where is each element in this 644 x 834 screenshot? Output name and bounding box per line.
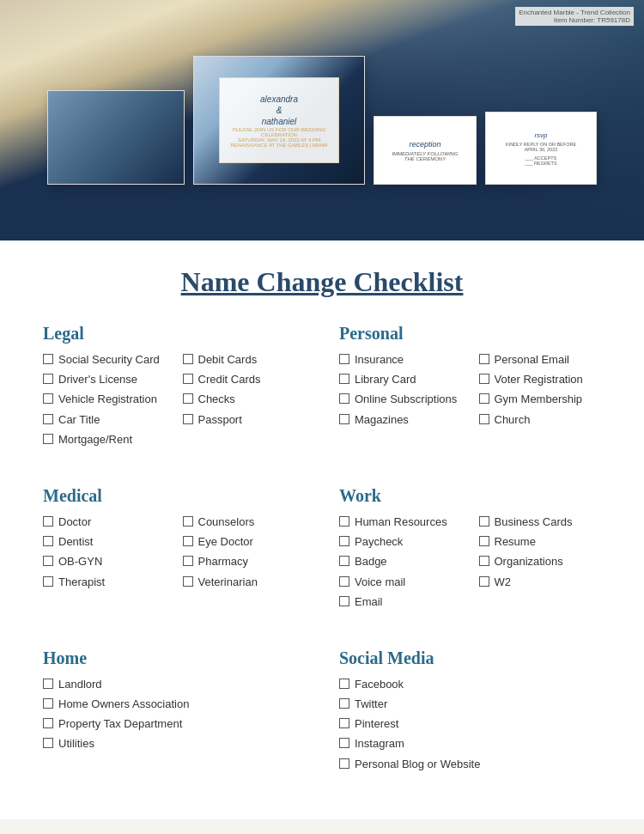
checkbox[interactable]: [479, 576, 489, 587]
legal-items-row: Social Security Card Driver's License Ve…: [43, 352, 305, 452]
checkbox[interactable]: [339, 516, 349, 527]
list-item: Personal Email: [479, 352, 602, 368]
list-item: Checks: [183, 392, 306, 407]
list-item: Therapist: [43, 575, 166, 590]
list-item: Dentist: [43, 534, 166, 550]
list-item: Insurance: [339, 352, 462, 368]
checkbox[interactable]: [479, 393, 489, 404]
checkbox[interactable]: [43, 354, 53, 364]
list-item: Passport: [183, 412, 306, 428]
checkbox[interactable]: [43, 718, 53, 728]
checkbox[interactable]: [43, 374, 53, 384]
section-personal-title: Personal: [339, 324, 601, 344]
checkbox[interactable]: [43, 434, 53, 444]
checkbox[interactable]: [479, 354, 489, 364]
checkbox[interactable]: [479, 374, 489, 384]
list-item: Driver's License: [43, 372, 166, 387]
checkbox[interactable]: [339, 679, 349, 689]
checkbox[interactable]: [183, 516, 193, 527]
checkbox[interactable]: [479, 536, 489, 546]
list-item: OB-GYN: [43, 554, 166, 569]
list-item: Twitter: [339, 697, 601, 712]
work-col2: Business Cards Resume Organizations W2: [479, 514, 602, 614]
checkbox[interactable]: [43, 679, 53, 689]
checkbox[interactable]: [183, 393, 193, 404]
reply-card: rsvp KINDLY REPLY ON OR BEFOREAPRIL 30, …: [485, 112, 597, 185]
home-items-row: Landlord Home Owners Association Propert…: [43, 677, 305, 757]
page-content: Name Change Checklist Legal Social Secur…: [0, 240, 644, 819]
personal-items-row: Insurance Library Card Online Subscripti…: [339, 352, 601, 432]
checkbox[interactable]: [339, 414, 349, 424]
checkbox[interactable]: [339, 374, 349, 384]
personal-col1: Insurance Library Card Online Subscripti…: [339, 352, 462, 432]
medical-col1: Doctor Dentist OB-GYN Therapist: [43, 514, 166, 594]
list-item: Magazines: [339, 412, 462, 428]
list-item: Voice mail: [339, 575, 462, 590]
main-invite-card: alexandra&nathaniel PLEASE JOIN US FOR O…: [193, 56, 365, 185]
checkbox[interactable]: [339, 758, 349, 769]
checkbox[interactable]: [43, 556, 53, 566]
checkbox[interactable]: [339, 596, 349, 606]
checkbox[interactable]: [339, 556, 349, 566]
checkbox[interactable]: [183, 354, 193, 364]
work-items-row: Human Resources Paycheck Badge Voice mai…: [339, 514, 601, 614]
checkbox[interactable]: [43, 698, 53, 709]
checkbox[interactable]: [43, 414, 53, 424]
checkbox[interactable]: [43, 738, 53, 748]
social-media-col1: Facebook Twitter Pinterest Instagram Per…: [339, 677, 601, 776]
checkbox[interactable]: [479, 414, 489, 424]
list-item: Online Subscriptions: [339, 392, 462, 407]
checkbox[interactable]: [43, 393, 53, 404]
list-item: Resume: [479, 534, 602, 550]
section-home: Home Landlord Home Owners Association Pr…: [43, 648, 305, 776]
home-col1: Landlord Home Owners Association Propert…: [43, 677, 305, 757]
list-item: Personal Blog or Website: [339, 757, 601, 772]
list-item: Paycheck: [339, 534, 462, 550]
section-medical: Medical Doctor Dentist OB-GYN Therapist …: [43, 486, 305, 614]
legal-col2: Debit Cards Credit Cards Checks Passport: [183, 352, 306, 452]
checkbox[interactable]: [339, 738, 349, 748]
checkbox[interactable]: [43, 516, 53, 527]
section-medical-title: Medical: [43, 486, 305, 506]
list-item: Mortgage/Rent: [43, 432, 166, 447]
medical-col2: Counselors Eye Doctor Pharmacy Veterinar…: [183, 514, 306, 594]
checkbox[interactable]: [183, 556, 193, 566]
list-item: Veterinarian: [183, 575, 306, 590]
product-line2: Item Number: TR59178D: [554, 16, 630, 24]
list-item: Home Owners Association: [43, 697, 305, 712]
checkbox[interactable]: [339, 698, 349, 709]
section-legal: Legal Social Security Card Driver's Lice…: [43, 324, 305, 452]
personal-col2: Personal Email Voter Registration Gym Me…: [479, 352, 602, 432]
checkbox[interactable]: [479, 516, 489, 527]
reception-card: reception IMMEDIATELY FOLLOWINGTHE CEREM…: [374, 116, 477, 185]
list-item: Social Security Card: [43, 352, 166, 368]
section-legal-title: Legal: [43, 324, 305, 344]
checkbox[interactable]: [339, 576, 349, 587]
list-item: Facebook: [339, 677, 601, 692]
checkbox[interactable]: [339, 718, 349, 728]
checkbox[interactable]: [183, 576, 193, 587]
checklist-grid: Legal Social Security Card Driver's Lice…: [43, 324, 601, 785]
logo-container: CARLSON CRAFT®: [0, 819, 644, 834]
list-item: Business Cards: [479, 514, 602, 530]
checkbox[interactable]: [183, 414, 193, 424]
list-item: Eye Doctor: [183, 534, 306, 550]
list-item: Organizations: [479, 554, 602, 569]
list-item: Property Tax Department: [43, 716, 305, 732]
list-item: Gym Membership: [479, 392, 602, 407]
invitation-stack: alexandra&nathaniel PLEASE JOIN US FOR O…: [47, 56, 597, 185]
checkbox[interactable]: [339, 536, 349, 546]
checkbox[interactable]: [43, 536, 53, 546]
checkbox[interactable]: [479, 556, 489, 566]
checkbox[interactable]: [339, 393, 349, 404]
section-personal: Personal Insurance Library Card Online S…: [339, 324, 601, 452]
checkbox[interactable]: [43, 576, 53, 587]
section-social-media: Social Media Facebook Twitter Pinterest …: [339, 648, 601, 776]
footer: CARLSON CRAFT® Rev 2/22: [0, 819, 644, 834]
list-item: Counselors: [183, 514, 306, 530]
section-home-title: Home: [43, 648, 305, 668]
list-item: Instagram: [339, 736, 601, 752]
checkbox[interactable]: [183, 374, 193, 384]
checkbox[interactable]: [339, 354, 349, 364]
checkbox[interactable]: [183, 536, 193, 546]
